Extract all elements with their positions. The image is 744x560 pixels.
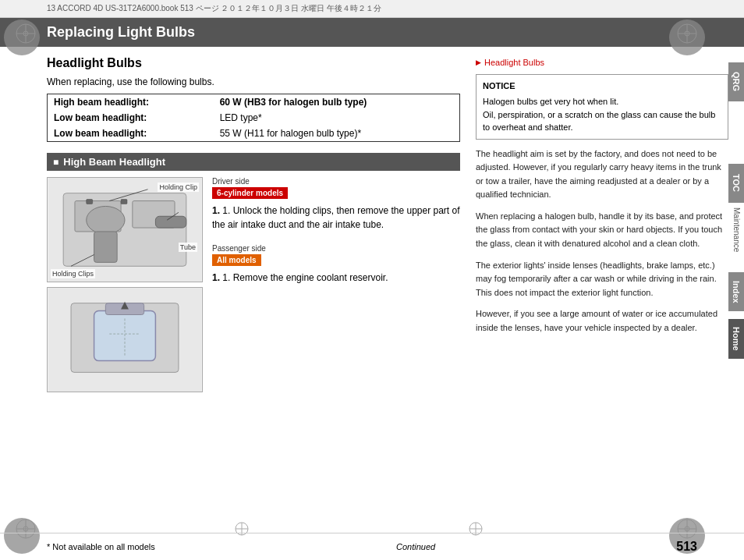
- right-para-3: The exterior lights' inside lenses (head…: [476, 259, 728, 300]
- tab-index[interactable]: Index: [728, 272, 744, 311]
- svg-rect-13: [94, 232, 118, 262]
- label-holding-clip: Holding Clip: [158, 183, 199, 192]
- badge-all-models: All models: [212, 254, 261, 266]
- continued-text: Continued: [396, 542, 435, 551]
- lower-diagram: [47, 287, 203, 392]
- upper-diagram-svg: [48, 178, 202, 282]
- tab-home[interactable]: Home: [728, 319, 744, 359]
- right-column: Headlight Bulbs NOTICE Halogen bulbs get…: [476, 56, 728, 392]
- table-row: High beam headlight: 60 W (HB3 for halog…: [48, 94, 459, 110]
- table-row: Low beam headlight: LED type*: [48, 110, 459, 126]
- badge-6cylinder: 6-cylinder models: [212, 187, 288, 199]
- bulb-table: High beam headlight: 60 W (HB3 for halog…: [47, 94, 460, 142]
- bulb-value-1: 60 W (HB3 for halogen bulb type): [214, 94, 459, 110]
- bulb-label-1: High beam headlight:: [48, 94, 214, 110]
- main-content: Headlight Bulbs When replacing, use the …: [0, 56, 744, 392]
- notice-title: NOTICE: [483, 80, 721, 93]
- deco-circle-tl: [4, 19, 40, 55]
- svg-point-12: [87, 206, 125, 233]
- right-para-1: The headlight aim is set by the factory,…: [476, 147, 728, 202]
- title-bar: Replacing Light Bulbs: [0, 18, 744, 47]
- right-para-2: When replacing a halogen bulb, handle it…: [476, 210, 728, 251]
- diagrams: Holding Clip Tube Holding Clips: [47, 177, 203, 392]
- label-holding-clips: Holding Clips: [51, 269, 95, 278]
- upper-diagram: Holding Clip Tube Holding Clips: [47, 177, 203, 282]
- right-para-4: However, if you see a large amount of wa…: [476, 307, 728, 335]
- deco-circle-tr: [669, 19, 705, 55]
- svg-rect-16: [155, 216, 186, 228]
- maintenance-label: Maintenance: [728, 203, 744, 257]
- table-row: Low beam headlight: 55 W (H11 for haloge…: [48, 126, 459, 141]
- svg-rect-14: [87, 200, 93, 204]
- page-header: 13 ACCORD 4D US-31T2A6000.book 513 ページ ２…: [0, 0, 744, 18]
- driver-step-1: 1. 1. Unlock the holding clips, then rem…: [212, 204, 460, 232]
- bulb-label-2: Low beam headlight:: [48, 110, 214, 126]
- passenger-side-label: Passenger side: [212, 244, 460, 253]
- sub-section-header: High Beam Headlight: [47, 153, 460, 171]
- footnote: * Not available on all models: [47, 542, 155, 551]
- tab-toc[interactable]: TOC: [728, 164, 744, 203]
- label-tube: Tube: [179, 243, 197, 252]
- steps-area: Driver side 6-cylinder models 1. 1. Unlo…: [212, 177, 460, 392]
- page-title: Replacing Light Bulbs: [47, 24, 195, 40]
- sub-section-title: High Beam Headlight: [63, 156, 165, 168]
- left-column: Headlight Bulbs When replacing, use the …: [47, 56, 460, 392]
- section-title: Headlight Bulbs: [47, 56, 460, 70]
- lower-diagram-svg: [48, 288, 202, 392]
- notice-box: NOTICE Halogen bulbs get very hot when l…: [476, 74, 728, 140]
- bulb-value-3: 55 W (H11 for halogen bulb type)*: [214, 126, 459, 141]
- breadcrumb: Headlight Bulbs: [476, 56, 728, 69]
- bulb-label-3: Low beam headlight:: [48, 126, 214, 141]
- passenger-step-1: 1. 1. Remove the engine coolant reservoi…: [212, 271, 460, 285]
- diagram-area: Holding Clip Tube Holding Clips: [47, 177, 460, 392]
- bulb-value-2: LED type*: [214, 110, 459, 126]
- file-info: 13 ACCORD 4D US-31T2A6000.book 513 ページ ２…: [47, 3, 381, 14]
- notice-text: Halogen bulbs get very hot when lit.Oil,…: [483, 95, 721, 134]
- page-footer: * Not available on all models Continued …: [0, 533, 744, 560]
- tab-qrg[interactable]: QRG: [728, 62, 744, 101]
- intro-text: When replacing, use the following bulbs.: [47, 76, 460, 87]
- page-number: 513: [676, 540, 697, 554]
- driver-side-label: Driver side: [212, 177, 460, 186]
- svg-rect-15: [121, 200, 127, 204]
- right-sidebar: QRG TOC Maintenance Index Home: [728, 62, 744, 359]
